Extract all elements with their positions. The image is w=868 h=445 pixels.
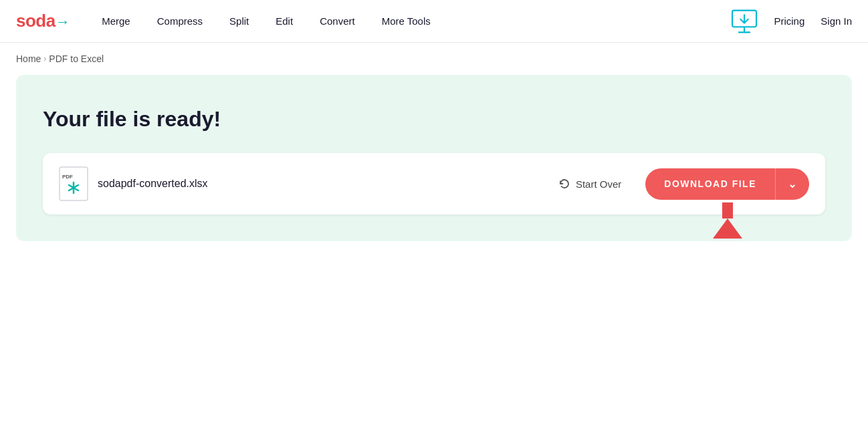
logo-text: soda→: [16, 11, 70, 31]
navbar: soda→ Merge Compress Split Edit Convert …: [0, 0, 868, 43]
arrow-annotation: [713, 202, 742, 239]
breadcrumb-current: PDF to Excel: [49, 53, 104, 64]
nav-convert[interactable]: Convert: [309, 10, 366, 32]
logo-arrow-icon: →: [56, 13, 70, 30]
main-content: Your file is ready! PDF: [0, 75, 868, 241]
signin-link[interactable]: Sign In: [821, 15, 852, 27]
desktop-download-icon[interactable]: [731, 9, 758, 33]
file-ready-title: Your file is ready!: [43, 107, 825, 132]
download-button-label: DOWNLOAD FILE: [645, 169, 775, 198]
nav-split[interactable]: Split: [219, 10, 259, 32]
pricing-link[interactable]: Pricing: [774, 15, 804, 27]
filename: sodapdf-converted.xlsx: [98, 178, 208, 190]
arrow-head: [713, 218, 742, 239]
file-info: PDF sodapdf-converted.xlsx: [59, 166, 208, 201]
start-over-button[interactable]: Start Over: [548, 172, 632, 195]
file-actions: Start Over DOWNLOAD FILE ⌄: [548, 168, 809, 200]
breadcrumb-separator: ›: [43, 54, 46, 63]
nav-links: Merge Compress Split Edit Convert More T…: [91, 10, 731, 32]
download-chevron-icon[interactable]: ⌄: [775, 168, 809, 200]
download-button[interactable]: DOWNLOAD FILE ⌄: [645, 168, 809, 200]
breadcrumb-home[interactable]: Home: [16, 53, 41, 64]
svg-text:PDF: PDF: [62, 174, 73, 180]
file-icon: PDF: [59, 166, 88, 201]
logo[interactable]: soda→: [16, 11, 70, 31]
green-section: Your file is ready! PDF: [16, 75, 852, 241]
arrow-stem: [722, 202, 733, 218]
nav-compress[interactable]: Compress: [146, 10, 213, 32]
nav-edit[interactable]: Edit: [265, 10, 304, 32]
file-card: PDF sodapdf-converted.xlsx: [43, 153, 825, 214]
xlsx-file-icon: PDF: [59, 166, 88, 201]
start-over-icon: [558, 178, 570, 190]
download-btn-wrapper: DOWNLOAD FILE ⌄: [645, 168, 809, 200]
breadcrumb: Home › PDF to Excel: [0, 43, 868, 75]
nav-more-tools[interactable]: More Tools: [371, 10, 441, 32]
nav-right: Pricing Sign In: [731, 9, 852, 33]
nav-merge[interactable]: Merge: [91, 10, 141, 32]
